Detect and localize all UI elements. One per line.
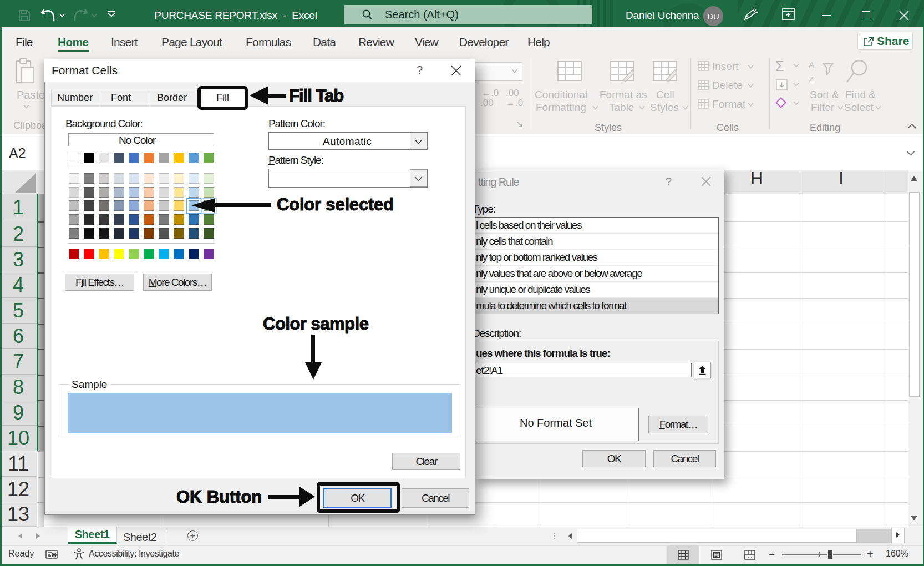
svg-text:Z: Z bbox=[809, 74, 814, 84]
svg-text:A: A bbox=[809, 60, 814, 69]
